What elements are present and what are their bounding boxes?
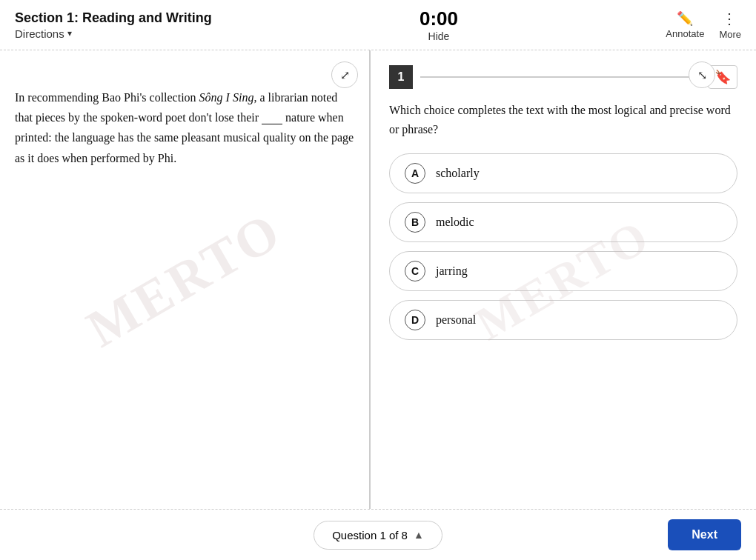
right-pane: ⤡ 1 🔖 Which choice completes the text wi… bbox=[371, 50, 756, 509]
answer-choice-b[interactable]: B melodic bbox=[389, 202, 737, 242]
bookmark-icon: 🔖 bbox=[714, 70, 731, 84]
more-label: More bbox=[719, 29, 741, 40]
annotate-label: Annotate bbox=[666, 28, 704, 39]
expand-left-button[interactable]: ⤢ bbox=[331, 61, 358, 88]
question-divider-line bbox=[420, 76, 700, 78]
footer: Question 1 of 8 ▲ Next bbox=[0, 510, 756, 560]
left-pane: ⤢ In recommending Bao Phi's collection S… bbox=[0, 50, 371, 509]
annotate-button[interactable]: ✏️ Annotate bbox=[666, 10, 704, 39]
section-title: Section 1: Reading and Writing bbox=[15, 10, 212, 26]
ellipsis-icon: ⋮ bbox=[722, 10, 738, 27]
choice-text-b: melodic bbox=[436, 216, 474, 229]
book-title: Sông I Sing bbox=[199, 91, 254, 104]
header-left: Section 1: Reading and Writing Direction… bbox=[15, 10, 212, 40]
expand-icon: ⤢ bbox=[340, 68, 350, 82]
pencil-icon: ✏️ bbox=[677, 10, 693, 27]
blank-placeholder bbox=[262, 111, 282, 124]
passage-text: In recommending Bao Phi's collection Sôn… bbox=[15, 87, 354, 168]
main-content: ⤢ In recommending Bao Phi's collection S… bbox=[0, 50, 756, 510]
watermark-left: MERTO bbox=[76, 200, 292, 360]
more-button[interactable]: ⋮ More bbox=[719, 10, 741, 40]
choice-letter-d: D bbox=[405, 310, 425, 330]
expand-right-button[interactable]: ⤡ bbox=[689, 61, 715, 88]
collapse-icon: ⤡ bbox=[697, 68, 707, 82]
timer-display: 0:00 bbox=[420, 7, 458, 30]
answer-choice-a[interactable]: A scholarly bbox=[389, 153, 737, 193]
passage-before-italic: In recommending Bao Phi's collection bbox=[15, 91, 199, 104]
question-header: 1 🔖 bbox=[389, 65, 737, 89]
choice-letter-a: A bbox=[405, 163, 425, 184]
directions-button[interactable]: Directions ▾ bbox=[15, 27, 212, 40]
choice-text-c: jarring bbox=[436, 264, 468, 278]
answer-choice-d[interactable]: D personal bbox=[389, 300, 737, 340]
question-nav-button[interactable]: Question 1 of 8 ▲ bbox=[314, 521, 442, 550]
choice-text-a: scholarly bbox=[436, 167, 480, 180]
choice-letter-c: C bbox=[405, 261, 425, 281]
hide-button[interactable]: Hide bbox=[428, 30, 450, 42]
header-center: 0:00 Hide bbox=[420, 7, 458, 42]
question-text: Which choice completes the text with the… bbox=[389, 101, 737, 139]
question-nav-label: Question 1 of 8 bbox=[332, 529, 408, 541]
chevron-down-icon: ▾ bbox=[67, 28, 72, 39]
header-right: ✏️ Annotate ⋮ More bbox=[666, 10, 741, 40]
choice-text-d: personal bbox=[436, 313, 476, 327]
choice-letter-b: B bbox=[405, 212, 425, 233]
header: Section 1: Reading and Writing Direction… bbox=[0, 0, 756, 50]
nav-arrow-icon: ▲ bbox=[414, 529, 424, 541]
next-button[interactable]: Next bbox=[668, 519, 741, 550]
answer-choice-c[interactable]: C jarring bbox=[389, 251, 737, 291]
directions-label: Directions bbox=[15, 27, 64, 40]
question-number-box: 1 bbox=[389, 65, 413, 89]
